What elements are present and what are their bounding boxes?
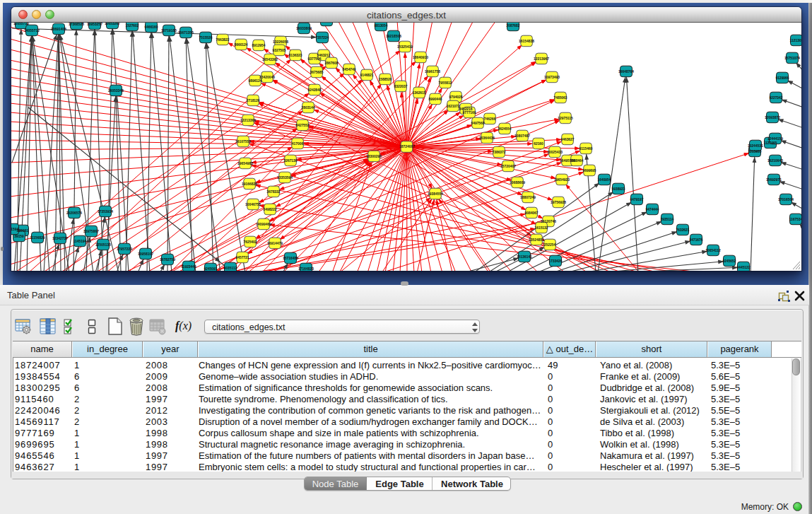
svg-text:10025433: 10025433 bbox=[547, 151, 563, 154]
svg-text:9227342: 9227342 bbox=[769, 96, 782, 100]
svg-text:15136141: 15136141 bbox=[517, 255, 532, 259]
svg-text:16914479: 16914479 bbox=[267, 242, 283, 245]
svg-text:26053346: 26053346 bbox=[108, 89, 124, 93]
svg-text:10953257: 10953257 bbox=[87, 23, 102, 26]
svg-text:8454749: 8454749 bbox=[342, 68, 355, 71]
svg-text:1167534: 1167534 bbox=[789, 218, 801, 221]
svg-text:3215955: 3215955 bbox=[748, 150, 761, 153]
svg-text:16120746: 16120746 bbox=[541, 220, 556, 223]
svg-text:3267130: 3267130 bbox=[283, 159, 297, 163]
svg-text:5498222: 5498222 bbox=[263, 208, 276, 211]
svg-text:9474444: 9474444 bbox=[645, 208, 659, 211]
svg-text:5463212: 5463212 bbox=[317, 54, 330, 57]
svg-text:17368528: 17368528 bbox=[69, 23, 84, 26]
svg-text:10046755: 10046755 bbox=[245, 203, 261, 206]
svg-text:15692971: 15692971 bbox=[766, 178, 782, 182]
svg-text:7515526: 7515526 bbox=[199, 36, 212, 40]
svg-text:2867608: 2867608 bbox=[324, 62, 338, 65]
svg-text:12055713: 12055713 bbox=[13, 23, 29, 25]
svg-text:417006: 417006 bbox=[292, 142, 304, 146]
svg-text:62160: 62160 bbox=[534, 142, 543, 146]
svg-text:15751074: 15751074 bbox=[784, 57, 800, 60]
svg-text:12444159: 12444159 bbox=[767, 137, 783, 141]
svg-text:12342737: 12342737 bbox=[52, 237, 68, 240]
svg-text:9463627: 9463627 bbox=[560, 138, 574, 141]
svg-text:1145194: 1145194 bbox=[73, 240, 87, 243]
svg-text:9084067: 9084067 bbox=[524, 211, 538, 215]
svg-text:3675685: 3675685 bbox=[310, 71, 323, 74]
svg-text:9327505: 9327505 bbox=[272, 49, 286, 52]
svg-text:8322037: 8322037 bbox=[394, 85, 407, 88]
svg-text:10671355: 10671355 bbox=[178, 31, 194, 35]
svg-text:16782759: 16782759 bbox=[160, 258, 175, 262]
svg-text:19654983: 19654983 bbox=[237, 162, 253, 165]
svg-text:9377506: 9377506 bbox=[307, 57, 321, 61]
svg-text:9115460: 9115460 bbox=[579, 147, 593, 151]
svg-text:746266: 746266 bbox=[484, 117, 496, 121]
svg-text:7663822: 7663822 bbox=[216, 38, 229, 42]
svg-text:16107553: 16107553 bbox=[235, 140, 251, 144]
svg-text:3624554: 3624554 bbox=[498, 127, 511, 131]
svg-text:12213967: 12213967 bbox=[534, 57, 549, 61]
svg-text:9129966: 9129966 bbox=[775, 76, 789, 80]
svg-text:2803144: 2803144 bbox=[301, 106, 314, 110]
svg-text:19218506: 19218506 bbox=[386, 35, 401, 38]
svg-text:20691406: 20691406 bbox=[51, 28, 66, 31]
svg-text:16961758: 16961758 bbox=[425, 70, 440, 74]
svg-text:8813054: 8813054 bbox=[374, 24, 387, 28]
svg-text:12213369: 12213369 bbox=[240, 119, 256, 122]
svg-text:10973493: 10973493 bbox=[544, 76, 560, 79]
svg-text:10653267: 10653267 bbox=[105, 23, 120, 25]
svg-text:2935114: 2935114 bbox=[661, 218, 674, 221]
svg-text:20364436: 20364436 bbox=[479, 136, 495, 140]
svg-text:2087682: 2087682 bbox=[506, 24, 519, 28]
svg-text:12093872: 12093872 bbox=[765, 116, 780, 119]
svg-text:14099469: 14099469 bbox=[256, 223, 271, 226]
svg-text:1621072: 1621072 bbox=[446, 105, 459, 108]
svg-text:18807249: 18807249 bbox=[520, 196, 536, 199]
svg-text:8427552: 8427552 bbox=[295, 124, 309, 127]
svg-text:1127465: 1127465 bbox=[764, 141, 777, 145]
svg-text:9888464: 9888464 bbox=[570, 159, 583, 163]
svg-text:11923446: 11923446 bbox=[181, 265, 196, 269]
svg-text:1588520: 1588520 bbox=[378, 78, 392, 81]
svg-text:15720407: 15720407 bbox=[500, 165, 516, 168]
svg-text:2718126: 2718126 bbox=[246, 99, 259, 103]
svg-text:12505135: 12505135 bbox=[95, 243, 111, 247]
svg-text:13353594: 13353594 bbox=[277, 176, 293, 180]
svg-text:18724007: 18724007 bbox=[399, 145, 415, 148]
svg-text:19166829: 19166829 bbox=[242, 182, 257, 186]
svg-text:39159: 39159 bbox=[14, 235, 24, 238]
svg-text:19384554: 19384554 bbox=[428, 192, 443, 196]
svg-text:9146821: 9146821 bbox=[360, 74, 373, 77]
svg-text:931594: 931594 bbox=[11, 228, 18, 231]
svg-text:17957223: 17957223 bbox=[117, 247, 132, 251]
svg-text:7632621: 7632621 bbox=[676, 228, 689, 232]
svg-text:9777169: 9777169 bbox=[462, 111, 476, 115]
svg-text:10654112: 10654112 bbox=[705, 249, 721, 252]
svg-text:17016504: 17016504 bbox=[778, 198, 794, 201]
svg-text:10807487: 10807487 bbox=[514, 134, 530, 138]
svg-text:16648764: 16648764 bbox=[618, 70, 634, 74]
svg-text:8660124: 8660124 bbox=[234, 43, 247, 47]
svg-text:9896124: 9896124 bbox=[248, 79, 261, 83]
svg-text:8912954: 8912954 bbox=[252, 44, 265, 47]
svg-text:6497568: 6497568 bbox=[471, 122, 484, 125]
svg-text:10719185: 10719185 bbox=[161, 29, 177, 33]
svg-text:13226058: 13226058 bbox=[273, 40, 288, 44]
svg-text:9242848: 9242848 bbox=[307, 88, 321, 92]
svg-text:9245652: 9245652 bbox=[722, 259, 736, 263]
svg-text:9445122: 9445122 bbox=[736, 266, 750, 269]
svg-text:8136323: 8136323 bbox=[288, 54, 302, 57]
svg-text:1527602: 1527602 bbox=[125, 24, 139, 28]
svg-text:7485063: 7485063 bbox=[553, 96, 567, 100]
svg-text:8471676: 8471676 bbox=[689, 238, 702, 242]
svg-text:16210643: 16210643 bbox=[767, 159, 783, 163]
svg-text:7357224: 7357224 bbox=[315, 36, 329, 40]
svg-text:20206576: 20206576 bbox=[66, 211, 82, 215]
svg-text:6466160: 6466160 bbox=[144, 25, 158, 29]
svg-text:8990448: 8990448 bbox=[428, 98, 442, 101]
svg-text:17353934: 17353934 bbox=[98, 210, 113, 214]
svg-text:11156829: 11156829 bbox=[30, 236, 45, 240]
svg-text:19756928: 19756928 bbox=[551, 201, 566, 204]
